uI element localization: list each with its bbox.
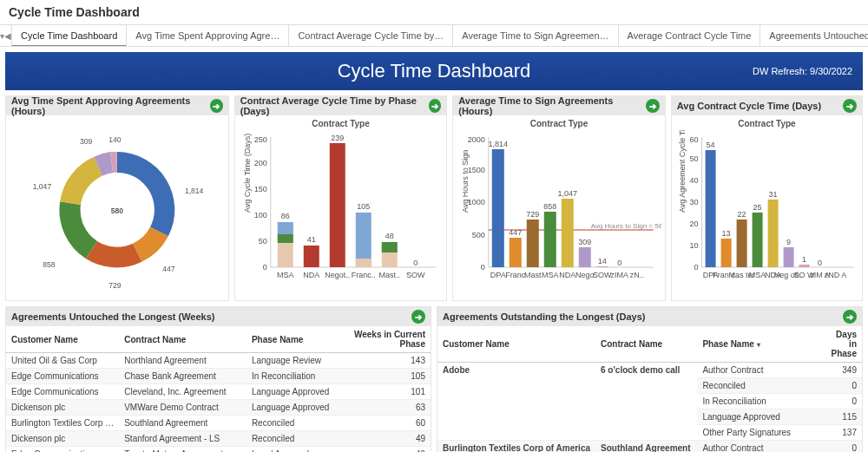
panel-cycle-phase: Contract Average Cycle Time by Phase (Da…	[234, 95, 448, 301]
svg-text:140: 140	[108, 135, 122, 144]
svg-text:10: 10	[689, 241, 698, 250]
chart-subtitle: Contract Type	[239, 119, 444, 128]
svg-text:100: 100	[253, 211, 266, 219]
svg-text:250: 250	[253, 135, 266, 144]
bar-chart-sign: Avg Hours to Sign 0 500 1000 1500 2000 A…	[457, 130, 661, 295]
svg-text:580: 580	[111, 206, 124, 215]
svg-text:48: 48	[385, 232, 393, 240]
svg-rect-63	[579, 247, 591, 267]
svg-text:25: 25	[753, 203, 761, 212]
svg-text:309: 309	[579, 238, 592, 246]
table-row[interactable]: Burlington Textiles Corp of AmericaSouth…	[437, 441, 862, 453]
svg-text:Avg Agreement Cycle Time (Days: Avg Agreement Cycle Time (Days)	[677, 130, 686, 213]
svg-text:40: 40	[689, 176, 698, 185]
tab-contract-avg-cycle[interactable]: Contract Average Cycle Time by…	[289, 24, 453, 47]
svg-text:SOW: SOW	[593, 271, 612, 279]
svg-rect-94	[767, 200, 778, 267]
svg-text:1: 1	[802, 255, 806, 264]
go-icon[interactable]: ➔	[210, 99, 223, 113]
svg-text:447: 447	[162, 265, 175, 273]
tab-agreements-untouched[interactable]: Agreements Untouched the Lon…	[760, 24, 868, 47]
svg-text:1,047: 1,047	[558, 189, 578, 198]
table-row[interactable]: Edge CommunicationsChase Bank AgreementI…	[6, 369, 431, 384]
table-row[interactable]: United Oil & Gas CorpNorthland Agreement…	[6, 353, 431, 369]
svg-text:30: 30	[689, 198, 698, 206]
col-phase[interactable]: Phase Name ▾	[697, 326, 825, 363]
table-row[interactable]: Dickenson plcStanford Agreement - LSReco…	[6, 431, 431, 447]
svg-rect-88	[736, 219, 746, 267]
svg-rect-54	[527, 219, 539, 267]
tab-avg-time-approving[interactable]: Avg Time Spent Approving Agre…	[127, 24, 289, 47]
svg-rect-60	[562, 199, 574, 267]
panel-title: Contract Average Cycle Time by Phase (Da…	[240, 95, 429, 116]
go-icon[interactable]: ➔	[429, 99, 441, 113]
svg-text:105: 105	[357, 202, 370, 211]
svg-rect-82	[705, 150, 715, 267]
svg-text:60: 60	[689, 135, 698, 144]
table-row[interactable]: Adobe6 o'clock demo callAuthor Contract3…	[437, 363, 862, 378]
go-icon[interactable]: ➔	[646, 99, 660, 113]
svg-text:2000: 2000	[468, 135, 485, 144]
panel-title: Agreements Untouched the Longest (Weeks)	[11, 311, 215, 322]
svg-text:NDA: NDA	[560, 271, 576, 279]
col-phase[interactable]: Phase Name	[247, 326, 348, 353]
chart-subtitle: Contract Type	[457, 119, 661, 128]
svg-text:1000: 1000	[468, 198, 485, 206]
svg-text:31: 31	[768, 190, 777, 199]
svg-text:0: 0	[481, 263, 485, 272]
panel-outstanding: Agreements Outstanding the Longest (Days…	[437, 306, 863, 452]
table-row[interactable]: Burlington Textiles Corp …Southland Agre…	[6, 416, 431, 431]
col-days[interactable]: Days in Phase	[825, 326, 862, 363]
svg-rect-19	[277, 222, 293, 234]
dashboard-banner: Cycle Time Dashboard DW Refresh: 9/30/20…	[5, 52, 863, 90]
panel-untouched: Agreements Untouched the Longest (Weeks)…	[5, 306, 431, 452]
svg-text:9: 9	[786, 238, 791, 246]
svg-text:86: 86	[280, 212, 289, 220]
svg-text:0: 0	[818, 259, 822, 267]
go-icon[interactable]: ➔	[843, 99, 857, 113]
panel-title: Average Time to Sign Agreements (Hours)	[458, 95, 646, 116]
bar-chart-phase: Avg Cycle Time (Days) 0 50 100 150 200 2…	[239, 130, 444, 295]
svg-text:Mast: Mast	[524, 271, 542, 279]
svg-text:150: 150	[253, 185, 266, 193]
table-row[interactable]: Edge CommunicationsToyota Motors Agreeme…	[6, 447, 431, 453]
tab-scroll-left-icon[interactable]: ◀	[4, 31, 11, 41]
col-weeks[interactable]: Weeks in Current Phase	[348, 326, 431, 353]
svg-text:20: 20	[689, 219, 698, 228]
svg-text:Mast..: Mast..	[378, 271, 400, 279]
svg-text:SOW: SOW	[406, 271, 425, 279]
panel-title: Agreements Outstanding the Longest (Days…	[443, 311, 645, 322]
table-row[interactable]: Edge CommunicationsCleveland, Inc. Agree…	[6, 384, 431, 400]
col-contract[interactable]: Contract Name	[595, 326, 697, 363]
sort-desc-icon[interactable]: ▾	[757, 341, 766, 349]
banner-title: Cycle Time Dashboard	[338, 60, 531, 82]
tab-avg-time-sign[interactable]: Average Time to Sign Agreemen…	[453, 24, 618, 47]
svg-rect-51	[510, 238, 522, 267]
svg-text:1,047: 1,047	[33, 182, 52, 191]
svg-text:Negot..: Negot..	[325, 271, 350, 279]
col-contract[interactable]: Contract Name	[119, 326, 247, 353]
svg-text:0: 0	[262, 263, 266, 272]
svg-text:MSA: MSA	[749, 271, 766, 279]
svg-text:1,814: 1,814	[185, 187, 204, 195]
donut-chart: 580 1,814 447 729 858 1,047 309 140	[10, 119, 225, 292]
col-customer[interactable]: Customer Name	[6, 326, 119, 353]
svg-rect-100	[799, 265, 809, 267]
svg-text:Avg Hours to Sign = 580: Avg Hours to Sign = 580	[591, 222, 661, 230]
svg-text:309: 309	[80, 137, 93, 146]
chart-subtitle: Contract Type	[675, 119, 858, 128]
go-icon[interactable]: ➔	[843, 310, 857, 324]
col-customer[interactable]: Customer Name	[437, 326, 595, 363]
panel-avg-cycle-days: Avg Contract Cycle Time (Days) ➔ Contrac…	[671, 95, 863, 301]
svg-rect-97	[783, 247, 793, 267]
tab-avg-contract-cycle[interactable]: Average Contract Cycle Time	[619, 24, 761, 47]
go-icon[interactable]: ➔	[411, 310, 425, 324]
table-row[interactable]: Dickenson plcVMWare Demo ContractLanguag…	[6, 400, 431, 416]
panel-title: Avg Contract Cycle Time (Days)	[677, 101, 821, 111]
panel-title: Avg Time Spent Approving Agreements (Hou…	[11, 95, 210, 116]
svg-text:Avg Cycle Time (Days): Avg Cycle Time (Days)	[242, 134, 251, 213]
svg-rect-85	[720, 239, 731, 267]
svg-text:447: 447	[510, 228, 523, 237]
svg-text:Franc: Franc	[506, 271, 527, 279]
tab-cycle-time-dashboard[interactable]: Cycle Time Dashboard	[11, 24, 127, 47]
